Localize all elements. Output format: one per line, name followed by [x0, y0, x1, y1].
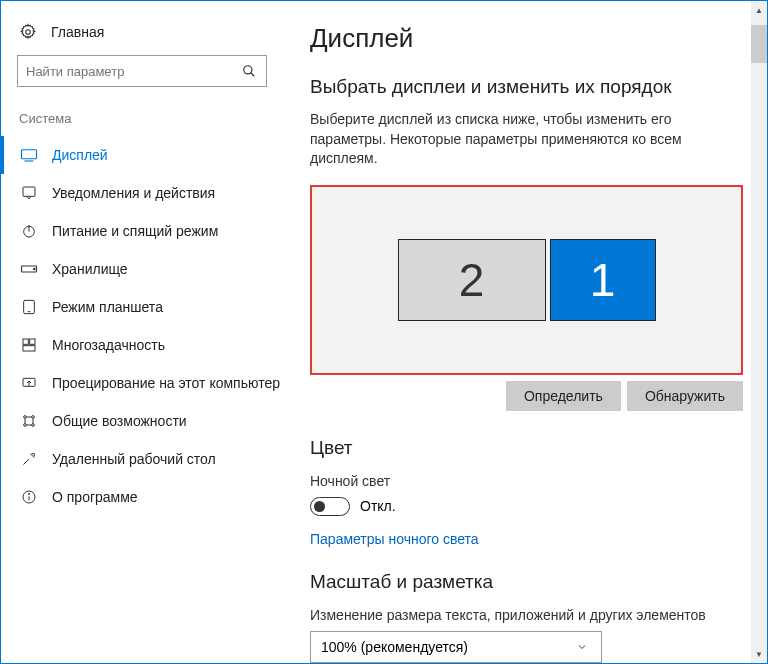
scrollbar[interactable]: ▲ ▼ — [751, 1, 767, 663]
monitor-2[interactable]: 2 — [398, 239, 546, 321]
arrange-title: Выбрать дисплеи и изменить их порядок — [310, 76, 743, 98]
night-light-label: Ночной свет — [310, 473, 743, 489]
svg-point-1 — [244, 66, 252, 74]
share-icon — [20, 412, 38, 430]
power-icon — [20, 222, 38, 240]
sidebar-item-about[interactable]: О программе — [1, 478, 296, 516]
scale-dropdown[interactable]: 100% (рекомендуется) — [310, 631, 602, 663]
scroll-down-icon[interactable]: ▼ — [751, 645, 767, 663]
remote-icon — [20, 450, 38, 468]
sidebar-item-power[interactable]: Питание и спящий режим — [1, 212, 296, 250]
night-light-toggle[interactable] — [310, 497, 350, 516]
svg-point-16 — [24, 416, 27, 419]
sidebar-item-shared[interactable]: Общие возможности — [1, 402, 296, 440]
svg-point-0 — [26, 30, 31, 35]
scale-title: Масштаб и разметка — [310, 571, 743, 593]
tablet-icon — [20, 298, 38, 316]
sidebar-item-projecting[interactable]: Проецирование на этот компьютер — [1, 364, 296, 402]
color-title: Цвет — [310, 437, 743, 459]
svg-rect-12 — [23, 339, 28, 344]
svg-point-9 — [34, 268, 36, 270]
gear-icon — [19, 23, 37, 41]
info-icon — [20, 488, 38, 506]
scroll-thumb[interactable] — [751, 25, 767, 63]
sidebar-item-remote[interactable]: Удаленный рабочий стол — [1, 440, 296, 478]
night-light-settings-link[interactable]: Параметры ночного света — [310, 531, 479, 547]
monitor-icon — [20, 146, 38, 164]
sidebar-item-multitask[interactable]: Многозадачность — [1, 326, 296, 364]
sidebar-item-notifications[interactable]: Уведомления и действия — [1, 174, 296, 212]
svg-rect-5 — [23, 187, 35, 196]
monitor-1[interactable]: 1 — [550, 239, 656, 321]
arrange-desc: Выберите дисплей из списка ниже, чтобы и… — [310, 110, 743, 169]
svg-line-2 — [251, 73, 255, 77]
detect-button[interactable]: Обнаружить — [627, 381, 743, 411]
chevron-down-icon — [573, 638, 591, 656]
multitask-icon — [20, 336, 38, 354]
sidebar-item-storage[interactable]: Хранилище — [1, 250, 296, 288]
sidebar-item-tablet[interactable]: Режим планшета — [1, 288, 296, 326]
svg-rect-14 — [23, 346, 35, 351]
scroll-up-icon[interactable]: ▲ — [751, 1, 767, 19]
home-label: Главная — [51, 24, 104, 40]
search-icon — [240, 62, 258, 80]
home-nav[interactable]: Главная — [17, 17, 296, 55]
svg-point-17 — [32, 416, 35, 419]
svg-point-19 — [32, 424, 35, 427]
project-icon — [20, 374, 38, 392]
notification-icon — [20, 184, 38, 202]
svg-point-18 — [24, 424, 27, 427]
storage-icon — [20, 260, 38, 278]
section-label: Система — [17, 111, 296, 126]
svg-point-22 — [28, 493, 29, 494]
svg-rect-3 — [22, 150, 37, 159]
toggle-state: Откл. — [360, 498, 396, 514]
identify-button[interactable]: Определить — [506, 381, 621, 411]
scale-label: Изменение размера текста, приложений и д… — [310, 607, 743, 623]
search-input[interactable] — [17, 55, 267, 87]
page-title: Дисплей — [310, 23, 743, 54]
sidebar-item-display[interactable]: Дисплей — [1, 136, 296, 174]
display-arrange-area[interactable]: 2 1 — [310, 185, 743, 375]
svg-rect-13 — [30, 339, 35, 344]
